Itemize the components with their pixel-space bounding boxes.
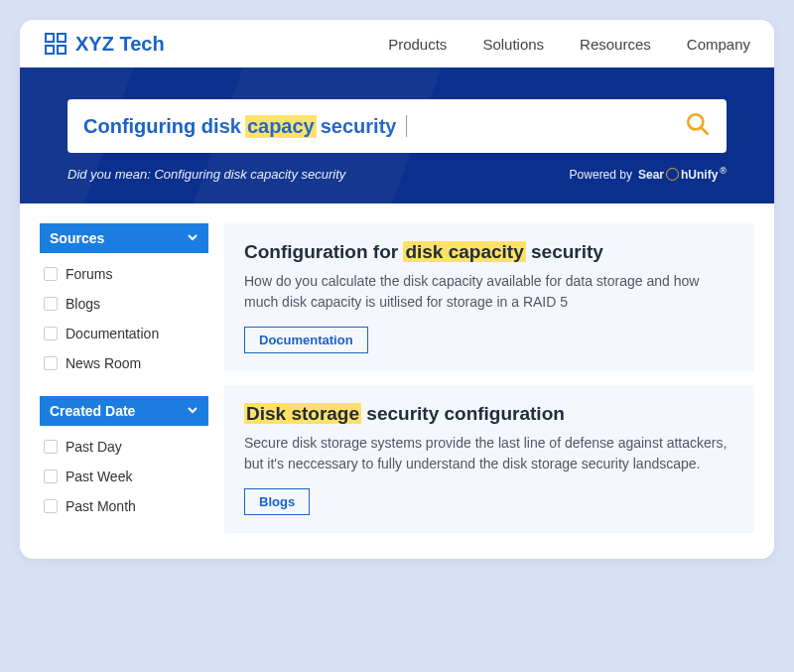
chevron-down-icon [187, 230, 198, 246]
result-snippet: Secure disk storage systems provide the … [244, 433, 734, 474]
search-icon[interactable] [685, 111, 711, 141]
facet-header-created-date[interactable]: Created Date [40, 396, 208, 426]
checkbox-icon [44, 470, 58, 483]
result-card[interactable]: Disk storage security configuration Secu… [224, 385, 754, 533]
svg-rect-3 [58, 46, 66, 54]
result-title-highlight: Disk storage [244, 403, 361, 424]
search-bar[interactable]: Configuring disk capacy security [67, 99, 727, 153]
svg-rect-2 [46, 46, 54, 54]
checkbox-icon [44, 267, 58, 281]
powered-by: Powered by SearhUnify® [570, 168, 727, 182]
did-you-mean-label: Did you mean: [67, 167, 154, 182]
result-title-highlight: disk capacity [403, 241, 525, 262]
checkbox-icon [44, 356, 58, 370]
facet-item-past-week[interactable]: Past Week [40, 462, 208, 491]
svg-line-5 [701, 127, 708, 134]
result-title: Configuration for disk capacity security [244, 241, 734, 263]
nav-company[interactable]: Company [687, 36, 750, 53]
chevron-down-icon [187, 403, 198, 419]
checkbox-icon [44, 440, 58, 454]
content-body: Sources Forums Blogs Documentation News … [20, 203, 774, 559]
result-tag-blogs[interactable]: Blogs [244, 488, 310, 515]
result-snippet: How do you calculate the disk capacity a… [244, 271, 734, 313]
nav-solutions[interactable]: Solutions [482, 36, 544, 53]
topbar: XYZ Tech Products Solutions Resources Co… [20, 20, 774, 67]
search-query-pre: Configuring disk [83, 115, 241, 138]
facet-item-past-month[interactable]: Past Month [40, 491, 208, 521]
text-cursor [406, 115, 407, 137]
results-list: Configuration for disk capacity security… [224, 223, 754, 539]
result-title: Disk storage security configuration [244, 403, 734, 425]
facet-item-past-day[interactable]: Past Day [40, 432, 208, 462]
search-query-post: security [321, 115, 397, 138]
checkbox-icon [44, 297, 58, 311]
brand-logo-icon [44, 32, 67, 56]
facet-item-forums[interactable]: Forums [40, 259, 208, 289]
brand-name[interactable]: XYZ Tech [75, 33, 165, 56]
facet-list-created-date: Past Day Past Week Past Month [40, 426, 208, 539]
facet-item-documentation[interactable]: Documentation [40, 319, 208, 348]
nav-products[interactable]: Products [388, 36, 447, 53]
facet-title-created-date: Created Date [50, 403, 135, 419]
searchunify-logo: SearhUnify® [638, 168, 727, 182]
svg-rect-0 [46, 34, 54, 42]
checkbox-icon [44, 499, 58, 513]
app-frame: XYZ Tech Products Solutions Resources Co… [20, 20, 774, 559]
facet-item-blogs[interactable]: Blogs [40, 289, 208, 319]
facet-item-newsroom[interactable]: News Room [40, 348, 208, 378]
search-input[interactable]: Configuring disk capacy security [83, 115, 677, 138]
facet-list-sources: Forums Blogs Documentation News Room [40, 253, 208, 396]
result-card[interactable]: Configuration for disk capacity security… [224, 223, 754, 371]
did-you-mean[interactable]: Did you mean: Configuring disk capacity … [67, 167, 345, 182]
did-you-mean-text: Configuring disk capacity security [154, 167, 345, 182]
facet-header-sources[interactable]: Sources [40, 223, 208, 253]
facets-sidebar: Sources Forums Blogs Documentation News … [40, 223, 208, 539]
facet-title-sources: Sources [50, 230, 104, 246]
powered-by-label: Powered by [570, 168, 632, 182]
search-query-typo: capacy [245, 115, 317, 138]
svg-rect-1 [58, 34, 66, 42]
result-tag-documentation[interactable]: Documentation [244, 327, 368, 353]
nav-resources[interactable]: Resources [580, 36, 651, 53]
checkbox-icon [44, 327, 58, 340]
searchunify-o-icon [666, 168, 679, 181]
search-hero: Configuring disk capacy security Did you… [20, 67, 774, 203]
